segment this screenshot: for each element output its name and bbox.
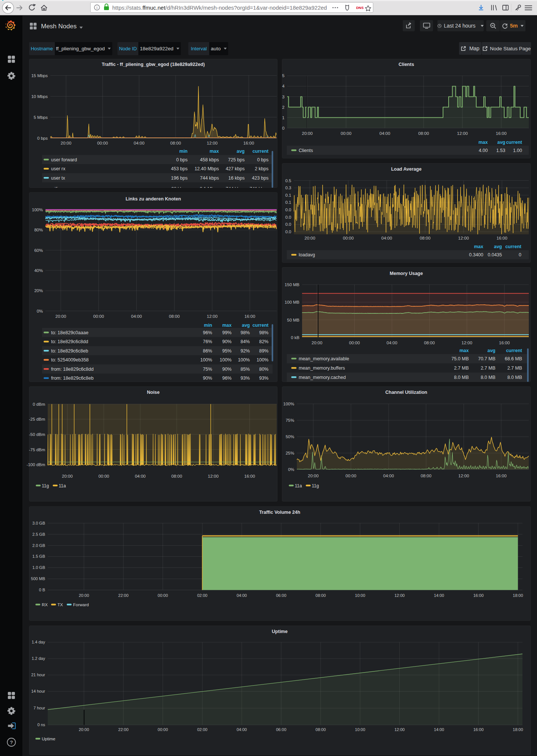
svg-text:1.0 GB: 1.0 GB: [32, 565, 45, 570]
svg-text:04:00: 04:00: [236, 727, 247, 732]
svg-text:00:00: 00:00: [93, 314, 104, 319]
svg-text:20:00: 20:00: [62, 474, 73, 478]
svg-text:user rx: user rx: [51, 166, 66, 171]
svg-text:TX: TX: [57, 602, 63, 607]
svg-text:0.5: 0.5: [285, 178, 291, 183]
svg-text:00:00: 00:00: [158, 727, 168, 732]
svg-text:-25 dBm: -25 dBm: [29, 417, 45, 421]
svg-text:06:00: 06:00: [276, 593, 286, 598]
svg-text:0 bps: 0 bps: [37, 136, 48, 140]
svg-text:0.1: 0.1: [285, 193, 291, 197]
svg-text:avg: avg: [494, 244, 502, 249]
svg-text:avg: avg: [487, 348, 496, 353]
svg-text:10 Mbps: 10 Mbps: [31, 94, 48, 99]
svg-text:1: 1: [282, 116, 285, 120]
svg-text:0 B: 0 B: [39, 588, 45, 592]
svg-text:min: min: [204, 323, 212, 328]
svg-text:00:00: 00:00: [341, 131, 352, 136]
svg-text:100%: 100%: [283, 402, 294, 406]
svg-text:Memory Usage: Memory Usage: [390, 271, 423, 276]
svg-text:14:00: 14:00: [434, 727, 444, 732]
svg-text:1.00: 1.00: [513, 148, 522, 153]
svg-text:current: current: [506, 140, 522, 145]
svg-text:68.6 MB: 68.6 MB: [505, 356, 522, 361]
svg-text:80%: 80%: [34, 228, 43, 232]
svg-text:1.5 GB: 1.5 GB: [32, 554, 45, 559]
svg-text:11a: 11a: [59, 483, 66, 488]
svg-text:i: i: [96, 5, 97, 10]
svg-text:0 bps: 0 bps: [257, 157, 268, 162]
svg-text:-100 dBm: -100 dBm: [26, 462, 45, 467]
svg-text:3.0 GB: 3.0 GB: [32, 521, 45, 525]
svg-text:0%: 0%: [37, 309, 43, 313]
svg-text:0 bps: 0 bps: [176, 157, 188, 162]
svg-text:100%: 100%: [32, 208, 43, 212]
svg-text:10:00: 10:00: [355, 593, 365, 598]
svg-text:to: 5254009eb358: to: 5254009eb358: [51, 357, 89, 363]
svg-text:max: max: [474, 244, 483, 249]
svg-text:04:00: 04:00: [381, 236, 392, 240]
svg-text:12:00: 12:00: [395, 593, 405, 598]
svg-text:16:00: 16:00: [496, 474, 507, 478]
svg-text:0.3: 0.3: [285, 186, 291, 190]
svg-text:20%: 20%: [34, 288, 43, 293]
svg-text:0.0: 0.0: [285, 208, 291, 212]
svg-text:76%: 76%: [203, 339, 212, 344]
svg-text:20:00: 20:00: [79, 593, 89, 598]
svg-text:3: 3: [282, 95, 285, 99]
svg-text:96%: 96%: [222, 376, 232, 381]
svg-text:20:00: 20:00: [305, 236, 315, 240]
svg-text:04:00: 04:00: [383, 474, 394, 478]
svg-text:DNS: DNS: [356, 6, 364, 10]
svg-text:-50 dBm: -50 dBm: [29, 432, 45, 437]
svg-text:to: 18e829c6c8eb: to: 18e829c6c8eb: [51, 348, 88, 354]
svg-text:current: current: [252, 323, 269, 328]
svg-text:458 kbps: 458 kbps: [200, 157, 219, 162]
svg-text:loadavg: loadavg: [299, 252, 315, 257]
svg-text:2.5 GB: 2.5 GB: [32, 532, 45, 537]
svg-text:8.0 MB: 8.0 MB: [507, 375, 522, 380]
svg-text:725 bps: 725 bps: [228, 157, 245, 162]
svg-text:16 kbps: 16 kbps: [228, 175, 245, 181]
svg-text:453 bps: 453 bps: [171, 166, 188, 171]
svg-text:22:00: 22:00: [118, 727, 129, 732]
svg-text:11g: 11g: [312, 483, 319, 488]
svg-text:40%: 40%: [34, 268, 43, 273]
svg-text:0.0: 0.0: [285, 222, 291, 227]
svg-text:12.40 Mbps: 12.40 Mbps: [195, 166, 219, 171]
svg-text:00:00: 00:00: [98, 474, 109, 478]
svg-text:0.0435: 0.0435: [488, 252, 502, 257]
svg-text:75%: 75%: [203, 367, 212, 372]
svg-text:70.7 MB: 70.7 MB: [478, 356, 496, 361]
svg-text:90%: 90%: [222, 339, 232, 344]
svg-text:15 Mbps: 15 Mbps: [31, 73, 48, 78]
svg-text:2 kbps: 2 kbps: [255, 166, 268, 171]
svg-text:16:00: 16:00: [244, 474, 255, 478]
svg-text:08:00: 08:00: [172, 474, 182, 478]
svg-text:1.2 day: 1.2 day: [32, 656, 45, 661]
svg-text:0 dBm: 0 dBm: [33, 402, 45, 407]
svg-text:90%: 90%: [222, 367, 232, 372]
svg-text:7 hour: 7 hour: [34, 706, 45, 710]
svg-text:Links zu anderen Knoten: Links zu anderen Knoten: [126, 196, 181, 202]
svg-text:04:00: 04:00: [135, 474, 146, 478]
svg-text:11a: 11a: [295, 483, 302, 488]
svg-text:Clients: Clients: [399, 62, 414, 67]
svg-text:08:00: 08:00: [170, 141, 181, 145]
svg-text:60%: 60%: [34, 248, 43, 253]
svg-text:12:00: 12:00: [458, 474, 469, 478]
svg-text:0.3400: 0.3400: [469, 252, 483, 257]
svg-text:150 MB: 150 MB: [285, 282, 299, 287]
svg-text:06:00: 06:00: [276, 727, 286, 732]
svg-text:89%: 89%: [259, 348, 268, 354]
svg-text:Uptime: Uptime: [42, 737, 55, 741]
svg-text:500 MB: 500 MB: [31, 576, 45, 581]
svg-text:100 MB: 100 MB: [285, 300, 299, 304]
svg-text:20:00: 20:00: [56, 314, 66, 319]
svg-text:00:00: 00:00: [346, 474, 357, 478]
svg-text:0: 0: [519, 252, 521, 257]
svg-text:0.1: 0.1: [285, 200, 291, 205]
svg-text:0.0: 0.0: [285, 215, 291, 219]
svg-text:04:00: 04:00: [387, 341, 398, 345]
svg-text:0%: 0%: [288, 467, 294, 472]
